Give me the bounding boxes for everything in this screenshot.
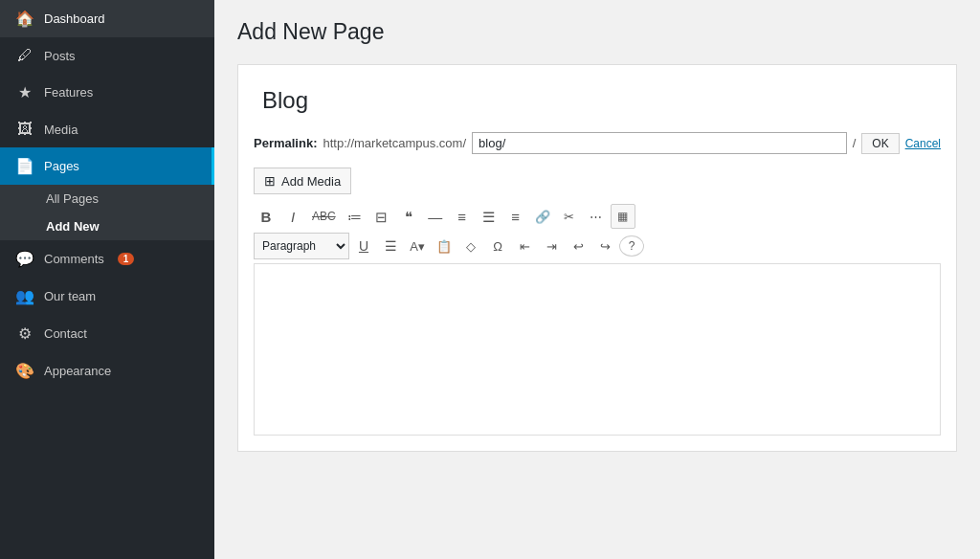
permalink-base: http://marketcampus.com/ — [323, 136, 466, 150]
editor-container: Permalink: http://marketcampus.com/ / OK… — [237, 64, 957, 452]
sidebar-item-label: Comments — [44, 252, 104, 266]
sidebar-item-all-pages[interactable]: All Pages — [0, 185, 214, 212]
sidebar-item-posts[interactable]: 🖊 Posts — [0, 37, 214, 74]
toolbar-align-right[interactable]: ≡ — [503, 204, 528, 229]
pages-icon: 📄 — [15, 157, 34, 175]
sidebar: 🏠 Dashboard 🖊 Posts ★ Features 🖼 Media 📄… — [0, 0, 214, 559]
toolbar-redo[interactable]: ↪ — [592, 234, 617, 258]
posts-icon: 🖊 — [15, 47, 34, 64]
permalink-slash: / — [853, 136, 857, 150]
sidebar-item-label: Contact — [44, 326, 87, 341]
sidebar-item-add-new[interactable]: Add New — [0, 212, 214, 240]
toolbar-italic[interactable]: I — [280, 204, 305, 229]
toolbar-font-color[interactable]: A▾ — [405, 234, 430, 258]
sidebar-item-label: Posts — [44, 49, 76, 63]
sidebar-item-our-team[interactable]: 👥 Our team — [0, 278, 214, 315]
appearance-icon: 🎨 — [15, 362, 34, 380]
permalink-ok-button[interactable]: OK — [861, 133, 899, 154]
add-media-label: Add Media — [281, 174, 341, 189]
toolbar-ul[interactable]: ≔ — [343, 204, 368, 229]
toolbar-bold[interactable]: B — [254, 204, 278, 229]
toolbar-align-left[interactable]: ≡ — [450, 204, 475, 229]
toolbar-help[interactable]: ? — [619, 235, 644, 257]
comments-badge: 1 — [118, 253, 135, 265]
toolbar-undo[interactable]: ↩ — [566, 234, 590, 258]
sidebar-item-comments[interactable]: 💬 Comments 1 — [0, 240, 214, 278]
features-icon: ★ — [15, 83, 34, 101]
permalink-slug-input[interactable] — [472, 132, 847, 154]
sidebar-item-contact[interactable]: ⚙ Contact — [0, 315, 214, 352]
toolbar-more[interactable]: ⋯ — [584, 204, 609, 229]
toolbar-outdent[interactable]: ⇤ — [512, 234, 537, 258]
sidebar-item-label: Our team — [44, 289, 96, 303]
sidebar-item-label: Features — [44, 85, 93, 100]
sidebar-item-label: Media — [44, 123, 78, 137]
toolbar-link[interactable]: 🔗 — [530, 204, 555, 229]
sidebar-item-label: Dashboard — [44, 11, 105, 26]
main-content: Add New Page Permalink: http://marketcam… — [214, 0, 980, 559]
toolbar-paste[interactable]: 📋 — [432, 234, 457, 258]
comments-icon: 💬 — [15, 250, 34, 268]
sidebar-item-appearance[interactable]: 🎨 Appearance — [0, 352, 214, 390]
toolbar-underline[interactable]: U — [351, 234, 376, 258]
toolbar-blockquote[interactable]: ❝ — [396, 204, 421, 229]
sidebar-item-label: Pages — [44, 159, 79, 173]
toolbar-justify[interactable]: ☰ — [378, 234, 403, 258]
toolbar-clear-format[interactable]: ◇ — [458, 234, 483, 258]
toolbar-hr[interactable]: — — [423, 204, 448, 229]
toolbar-ol[interactable]: ⊟ — [369, 204, 394, 229]
toolbar-omega[interactable]: Ω — [485, 234, 510, 258]
sidebar-item-features[interactable]: ★ Features — [0, 74, 214, 111]
toolbar-align-center[interactable]: ☰ — [477, 204, 501, 229]
sidebar-item-label: Appearance — [44, 364, 111, 378]
toolbar-strikethrough[interactable]: ABC — [307, 204, 341, 229]
toolbar-row-2: Paragraph Heading 1 Heading 2 Heading 3 … — [254, 233, 941, 259]
format-select[interactable]: Paragraph Heading 1 Heading 2 Heading 3 … — [254, 233, 349, 259]
editor-body[interactable] — [254, 263, 941, 436]
page-title: Add New Page — [237, 19, 957, 45]
add-media-button[interactable]: ⊞ Add Media — [254, 168, 351, 194]
our-team-icon: 👥 — [15, 287, 34, 305]
sidebar-item-dashboard[interactable]: 🏠 Dashboard — [0, 0, 214, 37]
pages-submenu: All Pages Add New — [0, 185, 214, 240]
contact-icon: ⚙ — [15, 324, 34, 343]
add-media-icon: ⊞ — [264, 173, 276, 189]
toolbar-indent[interactable]: ⇥ — [539, 234, 564, 258]
sidebar-item-pages[interactable]: 📄 Pages — [0, 147, 214, 185]
sidebar-item-media[interactable]: 🖼 Media — [0, 111, 214, 147]
permalink-label: Permalink: — [254, 136, 317, 150]
media-icon: 🖼 — [15, 121, 34, 138]
toolbar-toggle[interactable]: ▦ — [611, 204, 635, 229]
permalink-row: Permalink: http://marketcampus.com/ / OK… — [254, 132, 941, 154]
toolbar-row-1: B I ABC ≔ ⊟ ❝ — ≡ ☰ ≡ 🔗 ✂ ⋯ ▦ — [254, 204, 941, 229]
dashboard-icon: 🏠 — [15, 10, 34, 28]
permalink-cancel-button[interactable]: Cancel — [905, 137, 941, 150]
toolbar-unlink[interactable]: ✂ — [557, 204, 582, 229]
page-title-input[interactable] — [254, 80, 941, 121]
